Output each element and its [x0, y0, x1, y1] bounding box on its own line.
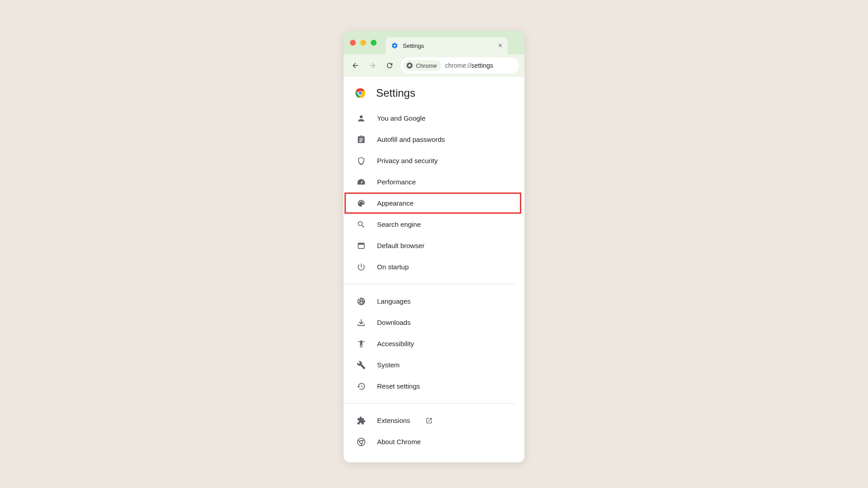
back-button[interactable]	[349, 59, 362, 72]
palette-icon	[356, 199, 366, 208]
speedometer-icon	[356, 178, 366, 187]
accessibility-icon	[356, 339, 366, 348]
wrench-icon	[356, 361, 366, 370]
page-content: Settings You and GoogleAutofill and pass…	[344, 77, 524, 462]
shield-icon	[356, 156, 366, 165]
address-bar[interactable]: Chrome chrome://settings	[401, 57, 519, 74]
person-icon	[356, 114, 366, 123]
nav-item-you-and-google[interactable]: You and Google	[344, 108, 524, 129]
nav-item-label: Default browser	[377, 242, 425, 249]
history-icon	[356, 382, 366, 391]
nav-item-label: Autofill and passwords	[377, 136, 445, 143]
nav-item-label: Appearance	[377, 199, 414, 207]
svg-point-6	[408, 64, 410, 66]
nav-item-label: About Chrome	[377, 438, 421, 446]
extension-icon	[356, 416, 366, 425]
nav-item-languages[interactable]: Languages	[344, 291, 524, 312]
nav-item-on-startup[interactable]: On startup	[344, 256, 524, 277]
chrome-window: Settings × Chrome chrome://settings	[344, 31, 524, 462]
chrome-logo-icon	[354, 87, 366, 99]
search-icon	[356, 220, 366, 229]
chip-label: Chrome	[416, 62, 437, 69]
nav-item-label: Search engine	[377, 221, 421, 228]
minimize-window-button[interactable]	[360, 40, 366, 46]
nav-item-label: Downloads	[377, 319, 410, 326]
browser-toolbar: Chrome chrome://settings	[344, 54, 524, 77]
globe-icon	[356, 297, 366, 306]
window-controls	[350, 40, 377, 46]
nav-divider	[344, 403, 515, 404]
forward-button[interactable]	[366, 59, 379, 72]
nav-divider	[344, 284, 515, 284]
site-chip[interactable]: Chrome	[403, 60, 441, 71]
nav-item-label: On startup	[377, 263, 409, 271]
external-link-icon	[425, 417, 433, 424]
nav-item-appearance[interactable]: Appearance	[344, 192, 521, 214]
nav-item-accessibility[interactable]: Accessibility	[344, 333, 524, 354]
nav-item-autofill[interactable]: Autofill and passwords	[344, 129, 524, 150]
nav-item-label: Accessibility	[377, 340, 414, 347]
nav-item-search-engine[interactable]: Search engine	[344, 214, 524, 235]
settings-nav: You and GoogleAutofill and passwordsPriv…	[344, 108, 524, 452]
nav-item-downloads[interactable]: Downloads	[344, 312, 524, 333]
chrome-icon	[406, 62, 413, 69]
page-header: Settings	[344, 77, 524, 108]
maximize-window-button[interactable]	[371, 40, 377, 46]
nav-item-label: You and Google	[377, 114, 425, 122]
gear-icon	[391, 42, 398, 49]
close-tab-button[interactable]: ×	[498, 42, 502, 49]
clipboard-icon	[356, 135, 366, 144]
page-title: Settings	[376, 87, 415, 99]
nav-item-reset[interactable]: Reset settings	[344, 375, 524, 397]
nav-item-about[interactable]: About Chrome	[344, 431, 524, 452]
window-titlebar: Settings ×	[344, 31, 524, 54]
chrome-icon	[356, 437, 366, 446]
tab-title: Settings	[403, 42, 494, 49]
nav-item-performance[interactable]: Performance	[344, 171, 524, 192]
nav-item-label: Performance	[377, 178, 416, 186]
nav-item-system[interactable]: System	[344, 354, 524, 375]
nav-item-extensions[interactable]: Extensions	[344, 410, 524, 431]
window-icon	[356, 241, 366, 250]
nav-item-label: Reset settings	[377, 382, 420, 390]
browser-tab[interactable]: Settings ×	[386, 37, 508, 54]
url-text: chrome://settings	[445, 62, 493, 69]
nav-item-label: Extensions	[377, 417, 410, 424]
nav-item-label: Privacy and security	[377, 157, 438, 164]
power-icon	[356, 263, 366, 272]
nav-item-label: System	[377, 361, 400, 369]
download-icon	[356, 318, 366, 327]
nav-item-privacy[interactable]: Privacy and security	[344, 150, 524, 171]
nav-item-label: Languages	[377, 297, 410, 305]
nav-item-default-browser[interactable]: Default browser	[344, 235, 524, 256]
close-window-button[interactable]	[350, 40, 356, 46]
reload-button[interactable]	[383, 59, 396, 72]
